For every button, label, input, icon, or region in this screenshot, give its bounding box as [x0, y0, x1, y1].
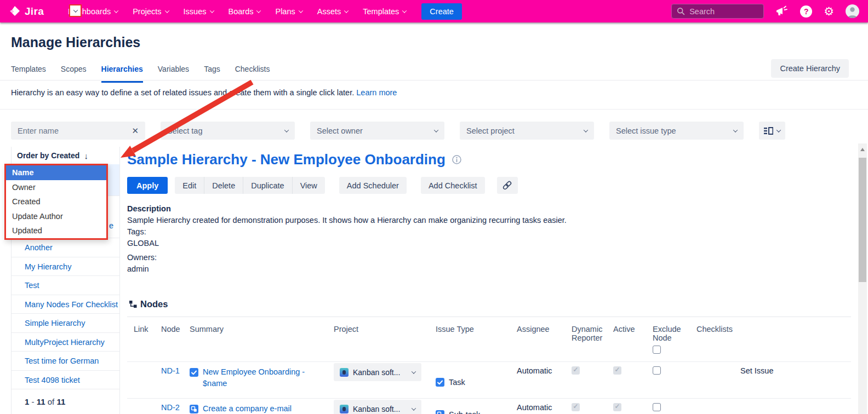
top-navigation-bar: Jira Dashboards Projects Issues Boards P… [0, 0, 868, 22]
issue-type-cell: Task [436, 362, 517, 398]
summary-link[interactable]: Create a company e-mail address [203, 403, 316, 414]
nav-item-issues[interactable]: Issues [184, 7, 214, 16]
info-icon[interactable] [452, 155, 461, 164]
scrollbar-thumb[interactable] [859, 158, 866, 282]
chevron-down-icon [776, 128, 781, 132]
exclude-node-checkbox[interactable] [653, 366, 661, 375]
project-select[interactable]: Kanban soft... [334, 400, 421, 414]
nodes-divider [127, 317, 851, 317]
exclude-node-checkbox[interactable] [653, 403, 661, 411]
project-avatar [340, 368, 349, 377]
set-issue-link[interactable] [696, 399, 851, 414]
nav-item-assets[interactable]: Assets [317, 7, 349, 16]
delete-button[interactable]: Delete [204, 177, 243, 194]
dropdown-option-owner[interactable]: Owner [6, 180, 106, 195]
hierarchy-title: Sample Hierarchy - New Employee Onboardi… [127, 151, 851, 168]
dropdown-option-update-author[interactable]: Update Author [6, 209, 106, 224]
create-hierarchy-button[interactable]: Create Hierarchy [771, 59, 849, 78]
nav-item-projects[interactable]: Projects [133, 7, 168, 16]
issue-type-cell: Sub-task [436, 399, 517, 414]
description-text: Sample Hierarchy created for demonstrati… [127, 215, 851, 226]
copy-link-button[interactable] [497, 177, 518, 194]
hierarchy-item[interactable]: Another [12, 238, 119, 257]
duplicate-button[interactable]: Duplicate [243, 177, 292, 194]
exclude-all-checkbox[interactable] [653, 346, 661, 354]
hierarchy-item[interactable]: My Hierarchy [12, 257, 119, 277]
order-by-label[interactable]: Order by Created [17, 151, 79, 160]
active-checkbox [613, 366, 621, 375]
vertical-scrollbar[interactable] [858, 143, 867, 414]
chevron-down-icon [344, 8, 349, 13]
name-filter-input[interactable] [18, 127, 132, 135]
task-icon [436, 378, 444, 387]
col-link: Link [134, 320, 161, 355]
edit-button[interactable]: Edit [175, 177, 204, 194]
help-icon[interactable]: ? [800, 5, 812, 18]
hierarchy-item[interactable]: MultyProject Hierarchy [12, 333, 119, 352]
scroll-up-icon[interactable] [860, 148, 865, 151]
link-cell [134, 399, 161, 414]
link-icon [502, 180, 512, 191]
hierarchy-item[interactable]: Test 4098 ticket [12, 371, 119, 390]
tabs-divider [0, 80, 868, 81]
chevron-down-icon [584, 128, 588, 132]
hierarchy-item[interactable]: Simple Hierarchy [12, 314, 119, 333]
dynamic-reporter-checkbox [572, 366, 580, 375]
hierarchy-item[interactable]: Test [12, 276, 119, 295]
chevron-down-icon [209, 8, 214, 13]
view-button[interactable]: View [293, 177, 325, 194]
jira-logo[interactable]: Jira [9, 5, 44, 18]
col-exclude-node: Exclude Node [653, 320, 696, 355]
table-row: ND-2 Create a company e-mail address Kan… [127, 399, 851, 414]
megaphone-icon[interactable] [775, 5, 789, 18]
set-issue-link[interactable]: Set Issue [696, 362, 851, 398]
chevron-down-icon [412, 369, 416, 373]
nav-item-boards[interactable]: Boards [229, 7, 261, 16]
global-search[interactable] [671, 4, 764, 19]
nav-item-plans[interactable]: Plans [275, 7, 302, 16]
hierarchy-toolbar: Apply Edit Delete Duplicate View Add Sch… [127, 177, 851, 194]
col-issue-type: Issue Type [436, 320, 517, 355]
chevron-down-icon [412, 406, 416, 410]
assignee-cell: Automatic [517, 362, 572, 398]
search-icon [677, 7, 685, 15]
project-filter-select[interactable]: Select project [460, 122, 594, 140]
chevron-down-icon [402, 8, 407, 13]
dropdown-option-created[interactable]: Created [6, 194, 106, 209]
owner-filter-select[interactable]: Select owner [310, 122, 444, 140]
node-key-link[interactable]: ND-2 [161, 403, 180, 412]
apply-button[interactable]: Apply [127, 177, 168, 194]
summary-cell: Create a company e-mail address [190, 399, 334, 414]
view-layout-button[interactable] [759, 122, 785, 140]
dropdown-option-name[interactable]: Name [6, 165, 106, 180]
order-by-dropdown-button[interactable] [69, 4, 82, 17]
dropdown-option-updated[interactable]: Updated [6, 223, 106, 238]
order-by-dropdown-menu: Name Owner Created Update Author Updated [4, 164, 108, 240]
tag-filter-select[interactable]: Select tag [161, 122, 295, 140]
add-scheduler-button[interactable]: Add Scheduler [339, 177, 407, 194]
search-input[interactable] [689, 7, 755, 16]
learn-more-link[interactable]: Learn more [356, 88, 397, 97]
issue-type-filter-select[interactable]: Select issue type [609, 122, 744, 140]
detail-view-icon [764, 127, 773, 135]
chevron-down-icon [284, 128, 289, 132]
node-key-link[interactable]: ND-1 [161, 366, 180, 375]
assignee-cell: Automatic [517, 399, 572, 414]
hierarchy-item[interactable]: Test time for German [12, 352, 119, 371]
link-cell [134, 362, 161, 398]
hierarchy-item[interactable]: Many Nodes For Checklist [12, 295, 119, 314]
gear-icon[interactable]: ⚙ [824, 5, 834, 17]
nav-item-templates[interactable]: Templates [363, 7, 406, 16]
project-select[interactable]: Kanban soft... [334, 363, 421, 381]
clear-icon[interactable]: ✕ [132, 126, 139, 136]
nav-right-cluster: ? ⚙ [671, 4, 859, 19]
create-button[interactable]: Create [421, 3, 462, 20]
add-checklist-button[interactable]: Add Checklist [421, 177, 485, 194]
description-block: Description Sample Hierarchy created for… [127, 203, 851, 275]
sort-direction-icon[interactable]: ↓ [84, 151, 88, 160]
summary-link[interactable]: New Employee Onboarding - $name [203, 366, 316, 389]
col-summary: Summary [190, 320, 334, 355]
col-checklists: Checklists [696, 320, 851, 355]
col-node: Node [161, 320, 190, 355]
user-avatar[interactable] [846, 4, 859, 18]
